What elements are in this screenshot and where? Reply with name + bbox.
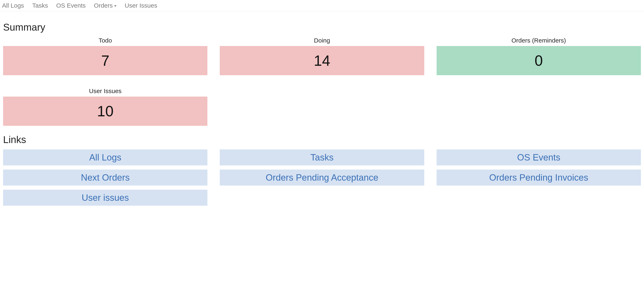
nav-os-events[interactable]: OS Events xyxy=(56,2,86,9)
summary-title: Summary xyxy=(3,22,641,33)
link-next-orders[interactable]: Next Orders xyxy=(3,170,208,186)
summary-value-todo[interactable]: 7 xyxy=(3,46,208,75)
main-container: Summary Todo 7 Doing 14 Orders (Reminder… xyxy=(0,11,644,210)
summary-value-orders-reminders[interactable]: 0 xyxy=(436,46,641,75)
links-title: Links xyxy=(3,134,641,145)
link-orders-pending-invoices[interactable]: Orders Pending Invoices xyxy=(436,170,641,186)
nav-all-logs[interactable]: All Logs xyxy=(2,2,24,9)
summary-card-doing: Doing 14 xyxy=(220,37,424,75)
summary-value-doing[interactable]: 14 xyxy=(220,46,424,75)
navbar: All Logs Tasks OS Events Orders User Iss… xyxy=(0,0,644,11)
nav-orders-dropdown[interactable]: Orders xyxy=(94,2,116,9)
summary-grid: Todo 7 Doing 14 Orders (Reminders) 0 Use… xyxy=(3,37,641,126)
summary-value-user-issues[interactable]: 10 xyxy=(3,96,208,126)
nav-user-issues[interactable]: User Issues xyxy=(125,2,157,9)
link-tasks[interactable]: Tasks xyxy=(220,150,424,166)
summary-label: Todo xyxy=(99,37,112,44)
link-user-issues[interactable]: User issues xyxy=(3,190,208,206)
summary-card-todo: Todo 7 xyxy=(3,37,208,75)
chevron-down-icon xyxy=(114,5,116,7)
summary-label: Doing xyxy=(314,37,330,44)
summary-card-user-issues: User Issues 10 xyxy=(3,88,208,126)
summary-label: User Issues xyxy=(89,88,122,94)
link-os-events[interactable]: OS Events xyxy=(436,150,641,166)
summary-card-orders-reminders: Orders (Reminders) 0 xyxy=(436,37,641,75)
nav-tasks[interactable]: Tasks xyxy=(32,2,48,9)
nav-orders-label: Orders xyxy=(94,2,113,9)
links-grid: All Logs Tasks OS Events Next Orders Ord… xyxy=(3,150,641,206)
link-orders-pending-acceptance[interactable]: Orders Pending Acceptance xyxy=(220,170,424,186)
link-all-logs[interactable]: All Logs xyxy=(3,150,208,166)
summary-label: Orders (Reminders) xyxy=(512,37,566,44)
